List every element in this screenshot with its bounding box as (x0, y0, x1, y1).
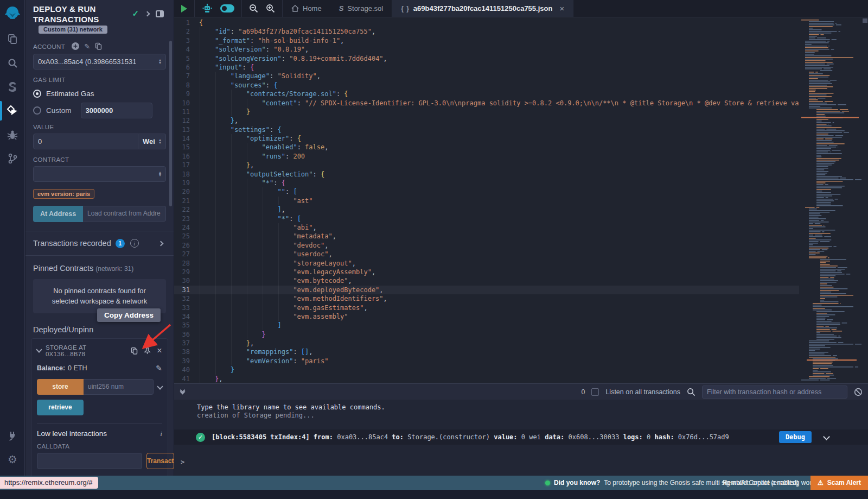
chevron-right-icon[interactable] (158, 241, 164, 246)
account-select[interactable]: 0xA03...85ac4 (0.39866531531 ▴▾ (33, 54, 166, 70)
close-tab-icon[interactable]: × (559, 4, 564, 13)
chevron-right-icon[interactable] (145, 11, 150, 16)
value-input[interactable] (33, 134, 138, 149)
listen-all-checkbox[interactable] (591, 388, 599, 396)
code-line: 29 "evm.legacyAssembly", (174, 268, 799, 276)
edit-icon[interactable]: ✎ (156, 364, 162, 372)
sidebar-item-solidity-compiler[interactable] (0, 75, 25, 99)
remix-logo-icon (4, 5, 21, 22)
chevron-down-icon[interactable] (36, 346, 42, 352)
expand-store-icon[interactable] (157, 383, 163, 389)
sidebar-item-deploy-run[interactable] (0, 99, 25, 123)
custom-gas-text: Custom (46, 106, 72, 115)
code-line: 11 } (174, 108, 799, 116)
low-level-label: Low level interactions (37, 429, 107, 438)
gas-limit-label: GAS LIMIT (33, 77, 166, 83)
info-icon[interactable]: i (160, 429, 162, 438)
at-address-button[interactable]: At Address (33, 206, 83, 222)
add-account-icon[interactable] (72, 42, 79, 50)
code-line: 10 "content": "// SPDX-License-Identifie… (174, 99, 799, 108)
zoom-in-icon[interactable] (266, 4, 275, 13)
check-icon: ✓ (132, 9, 139, 18)
files-icon (7, 34, 18, 45)
value-label: VALUE (33, 124, 166, 130)
code-editor[interactable]: 1{2 "id": "a69b43f277ba20fcac141151250ca… (174, 17, 868, 383)
json-file-icon: { } (401, 5, 410, 12)
run-script-icon[interactable] (181, 5, 187, 12)
pin-panel-icon[interactable] (156, 10, 164, 17)
warning-icon: ⚠ (818, 479, 824, 487)
editor-scrollbar[interactable] (863, 18, 867, 23)
filter-input[interactable] (702, 386, 847, 399)
sidebar-item-debugger[interactable] (0, 123, 25, 147)
expand-tx-icon[interactable] (823, 433, 830, 440)
store-button[interactable]: store (37, 379, 84, 395)
code-line: 27 "userdoc", (174, 250, 799, 258)
copilot-status[interactable]: RemixAI Copilot (enabled) (723, 476, 799, 490)
copilot-toggle[interactable] (220, 4, 234, 12)
zoom-out-icon[interactable] (249, 4, 258, 13)
transaction-log-row[interactable]: ✓ [block:5583405 txIndex:4] from: 0xa03.… (174, 429, 868, 445)
sidebar-item-search[interactable] (0, 51, 25, 75)
listen-all-label: Listen on all transactions (605, 388, 680, 396)
contract-select[interactable]: ▴▾ (33, 166, 166, 182)
custom-gas-radio[interactable] (33, 106, 41, 115)
scam-alert-badge[interactable]: ⚠ Scam Alert (810, 476, 868, 490)
ai-assistant-icon[interactable] (202, 3, 213, 14)
custom-gas-input[interactable] (81, 103, 152, 118)
code-line: 22 ], (174, 205, 799, 214)
calldata-input[interactable] (37, 453, 142, 469)
code-line: 15 "enabled": false, (174, 143, 799, 151)
code-line: 37 }, (174, 339, 799, 348)
collapse-terminal-icon[interactable] (181, 390, 184, 394)
code-line: 26 "devdoc", (174, 241, 799, 250)
terminal-prompt[interactable]: > (181, 458, 184, 466)
edit-account-icon[interactable]: ✎ (84, 42, 90, 50)
home-icon (291, 5, 299, 12)
estimated-gas-radio[interactable] (33, 90, 41, 98)
copy-account-icon[interactable] (95, 42, 102, 50)
estimated-gas-option[interactable]: Estimated Gas (33, 88, 166, 100)
clear-console-icon[interactable] (854, 388, 863, 396)
tab-home[interactable]: Home (283, 0, 330, 17)
custom-gas-option[interactable]: Custom (33, 105, 166, 117)
sidebar-item-file-explorer[interactable] (0, 27, 25, 51)
transactions-recorded-row[interactable]: Transactions recorded 1 i (33, 239, 166, 248)
debug-button[interactable]: Debug (779, 431, 812, 443)
retrieve-button[interactable]: retrieve (37, 400, 84, 415)
icon-sidebar: ⚙ (0, 0, 25, 476)
code-line: 39 "evmVersion": "paris" (174, 357, 799, 365)
code-line: 2 "id": "a69b43f277ba20fcac141151250ca75… (174, 27, 799, 36)
at-address-input[interactable]: Load contract from Addre (83, 206, 166, 222)
editor-area: Home S Storage.sol { } a69b43f277ba20fca… (174, 0, 868, 476)
minimap[interactable] (799, 17, 861, 383)
balance-value: 0 ETH (68, 364, 87, 372)
code-line: 35 ] (174, 321, 799, 330)
value-unit-select[interactable]: Wei ▴▾ (138, 134, 166, 149)
stepper-icon: ▴▾ (159, 171, 161, 176)
stepper-icon: ▴▾ (159, 59, 161, 64)
account-label: ACCOUNT ✎ (33, 42, 166, 50)
solidity-file-icon: S (339, 4, 344, 12)
store-arg-input[interactable]: uint256 num (84, 379, 154, 395)
tab-build-info-json[interactable]: { } a69b43f277ba20fcac141151250ca755.jso… (392, 0, 573, 17)
code-line: 38 "remappings": [], (174, 348, 799, 356)
search-icon[interactable] (687, 388, 695, 396)
transactions-count-badge: 1 (116, 239, 125, 248)
code-line: 24 "abi", (174, 223, 799, 232)
sidebar-item-git[interactable] (0, 147, 25, 170)
code-line: 6 "input": { (174, 63, 799, 72)
deploy-run-panel: DEPLOY & RUN TRANSACTIONS ✓ Custom (31) … (25, 0, 174, 476)
terminal[interactable]: Type the library name to see available c… (174, 400, 868, 476)
info-icon[interactable]: i (130, 239, 139, 248)
search-icon (8, 58, 18, 68)
tab-storage-sol[interactable]: S Storage.sol (330, 0, 392, 17)
deploy-run-icon (7, 105, 18, 117)
evm-version-badge: evm version: paris (33, 189, 94, 199)
network-badge: Custom (31) network (39, 26, 107, 34)
transact-button[interactable]: Transact (146, 453, 174, 469)
side-panel-scrollbar[interactable] (169, 41, 172, 206)
sidebar-item-settings[interactable]: ⚙ (0, 447, 25, 471)
sidebar-item-plugin-manager[interactable] (0, 424, 25, 447)
lightbulb-icon (545, 481, 550, 485)
